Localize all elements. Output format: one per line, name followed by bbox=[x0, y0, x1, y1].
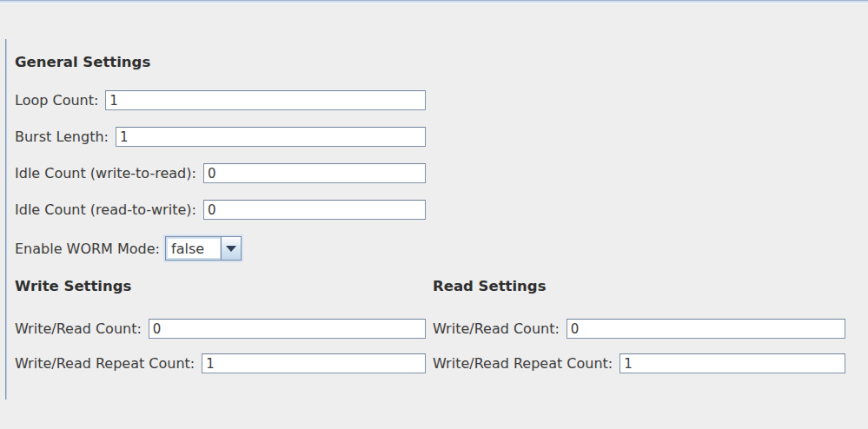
idle-count-write-to-read-row: Idle Count (write-to-read): bbox=[15, 163, 426, 183]
tab-configuration-status-registers-label: Configuration and Status Registers bbox=[41, 18, 253, 32]
loop-count-label: Loop Count: bbox=[15, 92, 98, 109]
enable-worm-mode-value: false bbox=[168, 239, 220, 258]
tab-bar: Instruction Pattern Address Pattern Data… bbox=[6, 11, 27, 36]
read-repeat-count-input[interactable] bbox=[620, 353, 845, 373]
write-repeat-count-row: Write/Read Repeat Count: bbox=[15, 353, 426, 373]
enable-worm-mode-dropdown-button[interactable] bbox=[221, 237, 241, 260]
tabpane-left-border bbox=[5, 39, 7, 399]
enable-worm-mode-row: Enable WORM Mode: false bbox=[15, 235, 426, 261]
write-count-label: Write/Read Count: bbox=[15, 320, 142, 337]
idle-count-read-to-write-label: Idle Count (read-to-write): bbox=[15, 201, 196, 218]
read-count-label: Write/Read Count: bbox=[433, 320, 560, 337]
idle-count-read-to-write-row: Idle Count (read-to-write): bbox=[15, 200, 426, 220]
write-count-input[interactable] bbox=[149, 319, 426, 339]
tabpane-content-border bbox=[0, 0, 868, 3]
idle-count-write-to-read-input[interactable] bbox=[203, 163, 426, 183]
read-count-input[interactable] bbox=[567, 319, 845, 339]
tab-address-pattern-label: Address Pattern bbox=[25, 18, 122, 32]
idle-count-read-to-write-input[interactable] bbox=[203, 200, 426, 220]
write-repeat-count-label: Write/Read Repeat Count: bbox=[15, 355, 195, 372]
tab-instruction-pattern-label: Instruction Pattern bbox=[20, 17, 133, 31]
enable-worm-mode-combobox[interactable]: false bbox=[165, 236, 242, 261]
burst-length-label: Burst Length: bbox=[15, 129, 109, 145]
tab-tg-status-report-label: TG Status Report bbox=[36, 18, 139, 32]
enable-worm-mode-label: Enable WORM Mode: bbox=[15, 241, 160, 257]
write-count-row: Write/Read Count: bbox=[15, 319, 426, 339]
burst-length-row: Burst Length: bbox=[15, 127, 426, 147]
general-settings-heading: General Settings bbox=[15, 54, 150, 70]
tab-data-pattern-label: Data Pattern bbox=[30, 18, 107, 32]
loop-count-input[interactable] bbox=[105, 90, 426, 110]
loop-count-row: Loop Count: bbox=[15, 90, 426, 110]
idle-count-write-to-read-label: Idle Count (write-to-read): bbox=[15, 165, 196, 182]
read-repeat-count-label: Write/Read Repeat Count: bbox=[433, 355, 613, 372]
write-repeat-count-input[interactable] bbox=[202, 353, 426, 373]
read-repeat-count-row: Write/Read Repeat Count: bbox=[433, 353, 845, 373]
chevron-down-icon bbox=[226, 246, 236, 252]
write-settings-heading: Write Settings bbox=[15, 278, 131, 294]
burst-length-input[interactable] bbox=[116, 127, 426, 147]
read-count-row: Write/Read Count: bbox=[433, 319, 845, 339]
read-settings-heading: Read Settings bbox=[433, 278, 546, 294]
